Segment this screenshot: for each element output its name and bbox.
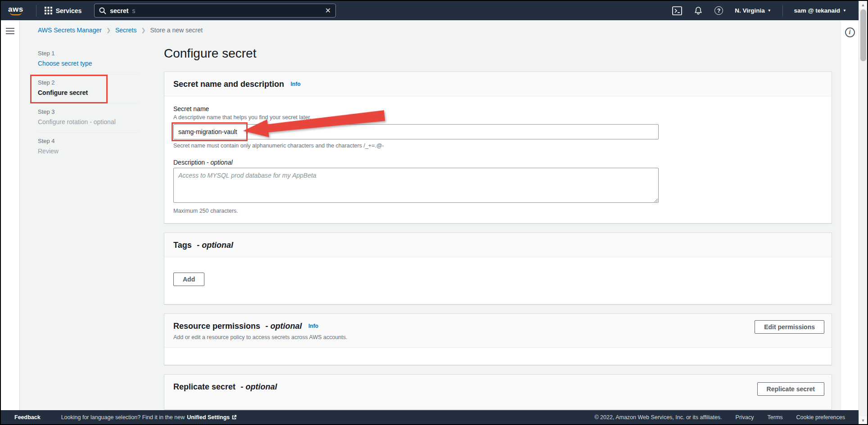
panel-resource-permissions: Resource permissions - optional Info Add… xyxy=(164,313,832,365)
account-label: sam @ tekanaid xyxy=(794,7,840,14)
breadcrumb-current-page: Store a new secret xyxy=(150,27,203,34)
info-link[interactable]: Info xyxy=(291,81,301,87)
breadcrumb-chevron-icon: ❯ xyxy=(141,27,145,33)
breadcrumb-secrets[interactable]: Secrets xyxy=(115,27,136,34)
help-question-icon: ? xyxy=(714,6,723,15)
help-button[interactable]: ? xyxy=(709,6,729,15)
panel-body xyxy=(164,348,832,365)
app-window: aws Services secrets xyxy=(0,0,868,425)
console-footer: Feedback Looking for language selection?… xyxy=(1,410,859,424)
services-grid-icon xyxy=(45,7,52,14)
unified-settings-link[interactable]: Unified Settings xyxy=(187,414,237,421)
info-panel-toggle-icon[interactable]: i xyxy=(845,27,855,37)
terms-link[interactable]: Terms xyxy=(768,414,783,421)
footer-right-group: © 2022, Amazon Web Services, Inc. or its… xyxy=(594,414,845,421)
panel-header: Tags - optional xyxy=(164,233,832,257)
add-tag-button[interactable]: Add xyxy=(173,273,204,286)
search-clear-icon[interactable]: ✕ xyxy=(325,7,331,14)
description-textarea[interactable] xyxy=(173,168,659,203)
panel-tags: Tags - optional Add xyxy=(164,233,832,304)
aws-smile-arc xyxy=(10,12,22,15)
hamburger-menu-icon[interactable] xyxy=(6,26,14,36)
global-search-input[interactable]: secrets ✕ xyxy=(94,4,336,18)
panel-title: Tags xyxy=(173,241,192,250)
copyright-text: © 2022, Amazon Web Services, Inc. or its… xyxy=(594,414,722,421)
wizard-steps-nav: Step 1 Choose secret type Step 2 Configu… xyxy=(38,38,164,410)
chevron-down-icon: ▼ xyxy=(843,9,846,13)
body-row: AWS Secrets Manager ❯ Secrets ❯ Store a … xyxy=(1,20,859,410)
scrollbar-thumb[interactable] xyxy=(860,9,866,61)
tools-rail: i xyxy=(841,20,859,410)
privacy-link[interactable]: Privacy xyxy=(736,414,754,421)
services-label: Services xyxy=(56,7,82,14)
step-configure-rotation: Configure rotation - optional xyxy=(38,118,139,125)
aws-logo[interactable]: aws xyxy=(8,6,23,15)
topbar-divider xyxy=(782,5,783,17)
search-typed-text: secret xyxy=(110,7,128,14)
description-label: Description - optional xyxy=(173,159,823,166)
panel-title: Secret name and description xyxy=(173,80,284,89)
notifications-button[interactable] xyxy=(688,6,709,15)
panel-body: Secret name A descriptive name that help… xyxy=(164,96,832,223)
step-link-choose-secret-type[interactable]: Choose secret type xyxy=(38,60,139,67)
step-item-3: Step 3 Configure rotation - optional xyxy=(38,104,139,133)
search-icon xyxy=(99,7,106,14)
panel-header: Replicate secret - optional Replicate se… xyxy=(164,375,832,409)
top-nav-bar: aws Services secrets xyxy=(1,1,859,20)
panel-title: Replicate secret xyxy=(173,382,235,391)
secret-name-constraint: Secret name must contain only alphanumer… xyxy=(173,143,823,149)
region-selector[interactable]: N. Virginia ▼ xyxy=(729,7,777,14)
step-item-4: Step 4 Review xyxy=(38,133,139,162)
feedback-link[interactable]: Feedback xyxy=(14,414,41,421)
edit-permissions-button[interactable]: Edit permissions xyxy=(755,320,824,334)
step-number: Step 3 xyxy=(38,108,139,115)
step-current-configure-secret: Configure secret xyxy=(38,89,139,96)
scrollbar-up-arrow[interactable]: ▲ xyxy=(859,1,867,9)
page-title: Configure secret xyxy=(164,46,832,61)
cloudshell-terminal-icon xyxy=(672,6,682,15)
region-label: N. Virginia xyxy=(735,7,765,14)
step-item-1: Step 1 Choose secret type xyxy=(38,45,139,75)
replicate-secret-button[interactable]: Replicate secret xyxy=(757,382,824,396)
external-link-icon xyxy=(231,415,237,420)
services-menu-button[interactable]: Services xyxy=(42,7,85,14)
step-review: Review xyxy=(38,148,139,155)
bell-icon xyxy=(694,6,703,15)
panel-replicate-secret: Replicate secret - optional Replicate se… xyxy=(164,374,832,410)
cloudshell-button[interactable] xyxy=(666,6,688,15)
main-column: aws Services secrets xyxy=(1,1,859,424)
panel-title-optional: - optional xyxy=(197,241,233,250)
step-number: Step 1 xyxy=(38,50,139,57)
page-scrollbar[interactable]: ▲ ▼ xyxy=(859,1,867,424)
secret-name-hint: A descriptive name that helps you find y… xyxy=(173,114,823,121)
panel-header: Resource permissions - optional Info Add… xyxy=(164,314,832,348)
panel-title: Resource permissions xyxy=(173,322,260,331)
side-nav-collapsed xyxy=(1,20,20,410)
search-suggestion-text: s xyxy=(132,7,136,14)
breadcrumb-secrets-manager[interactable]: AWS Secrets Manager xyxy=(38,27,102,34)
panel-title-optional: - optional xyxy=(266,322,302,331)
step-number: Step 2 xyxy=(38,79,139,86)
info-link[interactable]: Info xyxy=(308,323,318,329)
aws-logo-text: aws xyxy=(8,6,23,13)
wizard-main: Configure secret Secret name and descrip… xyxy=(164,38,832,410)
account-menu[interactable]: sam @ tekanaid ▼ xyxy=(788,7,852,14)
scrollbar-down-arrow[interactable]: ▼ xyxy=(859,416,867,424)
language-selection-text: Looking for language selection? Find it … xyxy=(61,414,185,421)
secret-name-input[interactable] xyxy=(173,124,659,139)
step-number: Step 4 xyxy=(38,138,139,144)
resource-permissions-description: Add or edit a resource policy to access … xyxy=(173,334,823,340)
panel-title-optional: - optional xyxy=(241,382,277,391)
content-area: AWS Secrets Manager ❯ Secrets ❯ Store a … xyxy=(20,20,841,410)
breadcrumb: AWS Secrets Manager ❯ Secrets ❯ Store a … xyxy=(38,20,841,38)
cookie-preferences-link[interactable]: Cookie preferences xyxy=(796,414,845,421)
step-item-2: Step 2 Configure secret xyxy=(38,75,139,104)
panel-secret-name-description: Secret name and description Info Secret … xyxy=(164,72,832,224)
chevron-down-icon: ▼ xyxy=(768,9,771,13)
description-constraint: Maximum 250 characters. xyxy=(173,208,823,214)
topbar-right-group: ? N. Virginia ▼ sam @ tekanaid ▼ xyxy=(666,5,852,17)
topbar-divider xyxy=(36,5,36,17)
breadcrumb-chevron-icon: ❯ xyxy=(106,27,111,33)
secret-name-label: Secret name xyxy=(173,105,823,112)
panel-header: Secret name and description Info xyxy=(164,72,832,96)
